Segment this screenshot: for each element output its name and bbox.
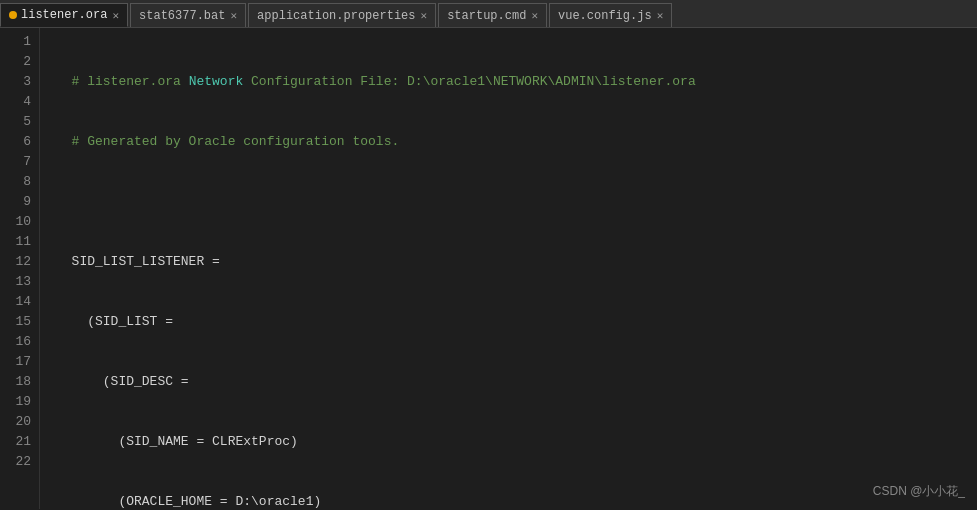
line-num: 5 bbox=[8, 112, 31, 132]
line-num: 3 bbox=[8, 72, 31, 92]
close-icon[interactable]: ✕ bbox=[657, 9, 664, 22]
line-num: 1 bbox=[8, 32, 31, 52]
line-num: 17 bbox=[8, 352, 31, 372]
close-icon[interactable]: ✕ bbox=[531, 9, 538, 22]
tab-vue-config[interactable]: vue.config.js ✕ bbox=[549, 3, 672, 27]
line-num: 12 bbox=[8, 252, 31, 272]
line-num: 13 bbox=[8, 272, 31, 292]
line-num: 4 bbox=[8, 92, 31, 112]
code-text: (ORACLE_HOME = D:\oracle1) bbox=[56, 492, 321, 509]
line-num: 16 bbox=[8, 332, 31, 352]
code-text: SID_LIST_LISTENER = bbox=[56, 252, 220, 272]
code-line-2: # Generated by Oracle configuration tool… bbox=[56, 132, 977, 152]
line-num: 9 bbox=[8, 192, 31, 212]
code-text: # listener.ora Network Configuration Fil… bbox=[56, 72, 696, 92]
line-num: 18 bbox=[8, 372, 31, 392]
code-line-5: (SID_LIST = bbox=[56, 312, 977, 332]
line-num: 11 bbox=[8, 232, 31, 252]
tab-bar: listener.ora ✕ stat6377.bat ✕ applicatio… bbox=[0, 0, 977, 28]
line-num: 10 bbox=[8, 212, 31, 232]
tab-startup[interactable]: startup.cmd ✕ bbox=[438, 3, 547, 27]
tab-label: listener.ora bbox=[21, 8, 107, 22]
code-line-7: (SID_NAME = CLRExtProc) bbox=[56, 432, 977, 452]
line-num: 7 bbox=[8, 152, 31, 172]
line-num: 19 bbox=[8, 392, 31, 412]
line-num: 21 bbox=[8, 432, 31, 452]
line-num: 8 bbox=[8, 172, 31, 192]
modified-indicator bbox=[9, 11, 17, 19]
close-icon[interactable]: ✕ bbox=[421, 9, 428, 22]
tab-listener[interactable]: listener.ora ✕ bbox=[0, 3, 128, 27]
line-num: 15 bbox=[8, 312, 31, 332]
code-line-8: (ORACLE_HOME = D:\oracle1) bbox=[56, 492, 977, 509]
code-line-1: # listener.ora Network Configuration Fil… bbox=[56, 72, 977, 92]
line-num: 6 bbox=[8, 132, 31, 152]
close-icon[interactable]: ✕ bbox=[112, 9, 119, 22]
code-editor[interactable]: # listener.ora Network Configuration Fil… bbox=[40, 28, 977, 509]
tab-label: startup.cmd bbox=[447, 9, 526, 23]
line-num: 20 bbox=[8, 412, 31, 432]
code-line-6: (SID_DESC = bbox=[56, 372, 977, 392]
tab-label: vue.config.js bbox=[558, 9, 652, 23]
line-num: 2 bbox=[8, 52, 31, 72]
line-num: 22 bbox=[8, 452, 31, 472]
tab-label: stat6377.bat bbox=[139, 9, 225, 23]
tab-application[interactable]: application.properties ✕ bbox=[248, 3, 436, 27]
code-line-4: SID_LIST_LISTENER = bbox=[56, 252, 977, 272]
code-text: (SID_NAME = CLRExtProc) bbox=[56, 432, 298, 452]
editor: 1 2 3 4 5 6 7 8 9 10 11 12 13 14 15 16 1… bbox=[0, 28, 977, 509]
line-numbers: 1 2 3 4 5 6 7 8 9 10 11 12 13 14 15 16 1… bbox=[0, 28, 40, 509]
close-icon[interactable]: ✕ bbox=[230, 9, 237, 22]
code-text: (SID_LIST = bbox=[56, 312, 173, 332]
tab-label: application.properties bbox=[257, 9, 415, 23]
line-num: 14 bbox=[8, 292, 31, 312]
code-text: (SID_DESC = bbox=[56, 372, 189, 392]
code-line-3 bbox=[56, 192, 977, 212]
tab-stat6377[interactable]: stat6377.bat ✕ bbox=[130, 3, 246, 27]
code-text: # Generated by Oracle configuration tool… bbox=[56, 132, 399, 152]
watermark: CSDN @小小花_ bbox=[873, 483, 965, 500]
